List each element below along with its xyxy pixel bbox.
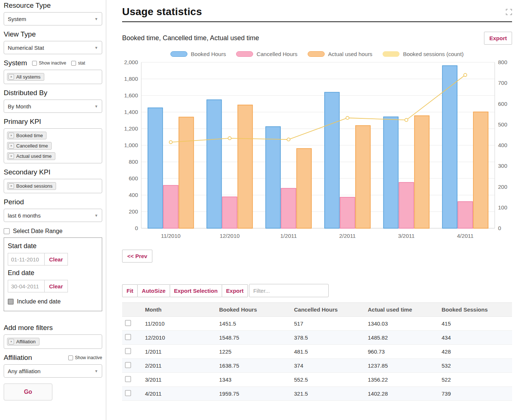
filter-input[interactable] xyxy=(249,284,329,297)
include-end-date-label: Include end date xyxy=(17,298,61,305)
row-checkbox[interactable] xyxy=(125,390,131,396)
table-row[interactable]: 4/20111959.75321.51402.28739 xyxy=(122,387,512,401)
remove-chip-icon[interactable]: × xyxy=(8,183,14,189)
filter-chip: ×Affiliation xyxy=(7,338,39,346)
column-cancelled-hours[interactable]: Cancelled Hours xyxy=(291,303,365,317)
chart-panel-header: Booked time, Cancelled time, Actual used… xyxy=(122,32,512,45)
legend-item[interactable]: Booked sessions (count) xyxy=(383,51,463,57)
affiliation-select[interactable]: Any affiliation ▼ xyxy=(4,364,102,378)
main-content: Usage statistics Booked time, Cancelled … xyxy=(106,0,515,420)
chart-legend: Booked HoursCancelled HoursActual used h… xyxy=(122,51,512,57)
chip-label: Booked time xyxy=(16,133,43,138)
table-export-button[interactable]: Export xyxy=(222,284,248,297)
select-date-range-label: Select Date Range xyxy=(13,228,62,235)
app: Resource Type System ▼ View Type Numeric… xyxy=(0,0,515,420)
legend-label: Actual used hours xyxy=(328,51,372,57)
table-cell: 321.5 xyxy=(291,387,365,401)
table-cell: 415 xyxy=(439,317,512,331)
svg-text:4/2011: 4/2011 xyxy=(457,233,474,239)
column-booked-sessions[interactable]: Booked Sessions xyxy=(439,303,512,317)
svg-text:1,800: 1,800 xyxy=(124,76,138,82)
go-button[interactable]: Go xyxy=(4,383,52,400)
legend-item[interactable]: Actual used hours xyxy=(308,51,372,57)
export-selection-button[interactable]: Export Selection xyxy=(170,284,222,297)
legend-item[interactable]: Booked Hours xyxy=(170,51,226,57)
svg-text:0: 0 xyxy=(498,225,501,231)
stat-checkbox[interactable] xyxy=(71,61,76,66)
select-date-range-checkbox[interactable] xyxy=(4,228,10,234)
chart-panel: Booked time, Cancelled time, Actual used… xyxy=(122,32,512,263)
fit-button[interactable]: Fit xyxy=(122,284,138,297)
table-cell: 1343 xyxy=(216,373,291,387)
view-type-select[interactable]: Numerical Stat ▼ xyxy=(4,41,102,54)
remove-chip-icon[interactable]: × xyxy=(8,153,14,159)
remove-chip-icon[interactable]: × xyxy=(8,74,14,80)
start-date-label: Start date xyxy=(8,242,98,250)
table-cell: 378.5 xyxy=(291,331,365,345)
table-row[interactable]: 1/20111225481.5960.73428 xyxy=(122,345,512,359)
filter-chip: ×Cancelled time xyxy=(7,142,52,150)
secondary-kpi-multiselect[interactable]: ×Booked sessions xyxy=(4,179,102,193)
svg-text:300: 300 xyxy=(498,163,507,169)
chart-export-button[interactable]: Export xyxy=(484,32,512,45)
svg-text:600: 600 xyxy=(129,175,138,181)
distributed-by-label: Distributed By xyxy=(4,89,102,97)
resource-type-select[interactable]: System ▼ xyxy=(4,12,102,25)
legend-swatch xyxy=(383,51,400,57)
filter-chip: ×All systems xyxy=(7,73,44,81)
affiliation-show-inactive-label: Show inactive xyxy=(75,355,102,360)
affiliation-label: Affiliation xyxy=(4,354,32,362)
svg-text:200: 200 xyxy=(129,208,138,215)
table-cell: 960.73 xyxy=(365,345,439,359)
clear-start-date-button[interactable]: Clear xyxy=(44,253,68,265)
view-type-value: Numerical Stat xyxy=(8,45,44,51)
legend-swatch xyxy=(170,51,187,57)
legend-item[interactable]: Cancelled Hours xyxy=(236,51,297,57)
column-actual-used-time[interactable]: Actual used time xyxy=(365,303,439,317)
system-multiselect[interactable]: ×All systems xyxy=(4,70,102,84)
period-select[interactable]: last 6 months ▼ xyxy=(4,209,102,222)
end-date-input[interactable] xyxy=(8,280,45,292)
start-date-input[interactable] xyxy=(8,253,45,265)
include-end-date-row: Include end date xyxy=(8,298,98,305)
row-checkbox[interactable] xyxy=(125,334,131,340)
remove-chip-icon[interactable]: × xyxy=(8,133,14,138)
table-row[interactable]: 2/20111638.753741237.85532 xyxy=(122,359,512,373)
svg-text:100: 100 xyxy=(498,204,507,211)
primary-kpi-multiselect[interactable]: ×Booked time×Cancelled time×Actual used … xyxy=(4,128,102,163)
affiliation-show-inactive: Show inactive xyxy=(68,355,102,360)
fullscreen-icon[interactable] xyxy=(506,9,512,18)
table-cell: 12/2010 xyxy=(142,331,216,345)
show-inactive-checkbox[interactable] xyxy=(32,61,37,66)
table-cell: 522 xyxy=(439,373,512,387)
include-end-date-checkbox[interactable] xyxy=(8,299,14,305)
svg-text:200: 200 xyxy=(498,184,507,190)
table-cell: 4/2011 xyxy=(142,387,216,401)
remove-chip-icon[interactable]: × xyxy=(8,339,14,344)
row-checkbox[interactable] xyxy=(125,362,131,368)
chevron-down-icon: ▼ xyxy=(94,104,98,108)
table-row[interactable]: 12/20101548.75378.51485.82434 xyxy=(122,331,512,345)
distributed-by-select[interactable]: By Month ▼ xyxy=(4,100,102,113)
column-booked-hours[interactable]: Booked Hours xyxy=(216,303,291,317)
table-cell: 1638.75 xyxy=(216,359,291,373)
page-title: Usage statistics xyxy=(122,6,202,18)
affiliation-show-inactive-checkbox[interactable] xyxy=(68,355,73,360)
remove-chip-icon[interactable]: × xyxy=(8,143,14,149)
column-month[interactable]: Month xyxy=(142,303,216,317)
clear-end-date-button[interactable]: Clear xyxy=(44,280,68,292)
table-row[interactable]: 11/20101451.55171340.03415 xyxy=(122,317,512,331)
table-row[interactable]: 3/20111343552.51356.22522 xyxy=(122,373,512,387)
prev-button[interactable]: << Prev xyxy=(122,250,152,263)
row-checkbox[interactable] xyxy=(125,320,131,326)
chip-label: Booked sessions xyxy=(16,183,52,189)
row-checkbox[interactable] xyxy=(125,348,131,354)
svg-text:500: 500 xyxy=(498,121,507,128)
chart-subtitle: Booked time, Cancelled time, Actual used… xyxy=(122,34,259,42)
add-filters-multiselect[interactable]: ×Affiliation xyxy=(4,334,102,349)
svg-text:1,200: 1,200 xyxy=(124,125,138,132)
autosize-button[interactable]: AutoSize xyxy=(137,284,170,297)
select-date-range-row: Select Date Range xyxy=(4,228,102,235)
row-checkbox[interactable] xyxy=(125,376,131,382)
page-header: Usage statistics xyxy=(122,0,512,22)
